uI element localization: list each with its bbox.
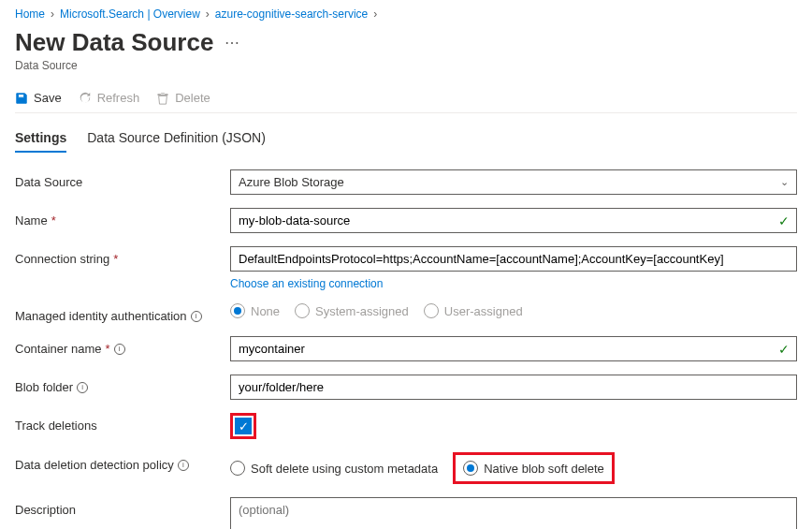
label-deletion-policy: Data deletion detection policy (15, 458, 174, 472)
radio-icon (230, 303, 245, 318)
more-icon[interactable]: ⋯ (225, 36, 239, 51)
mia-option-user[interactable]: User-assigned (424, 303, 523, 318)
container-name-input[interactable] (230, 336, 797, 361)
policy-option-native-soft-delete[interactable]: Native blob soft delete (457, 457, 610, 479)
save-button[interactable]: Save (15, 91, 62, 105)
radio-icon (230, 461, 245, 476)
info-icon[interactable]: i (178, 460, 189, 471)
info-icon[interactable]: i (191, 311, 202, 322)
check-icon: ✓ (778, 342, 790, 357)
breadcrumb-service[interactable]: azure-cognitive-search-service (215, 7, 368, 21)
refresh-label: Refresh (97, 91, 140, 105)
command-bar: Save Refresh Delete (15, 85, 797, 113)
tabs: Settings Data Source Definition (JSON) (15, 130, 797, 153)
label-name: Name (15, 213, 48, 228)
policy-option-native-label: Native blob soft delete (484, 462, 604, 476)
data-source-value: Azure Blob Storage (239, 175, 344, 189)
check-icon: ✓ (778, 213, 790, 228)
label-container: Container name (15, 342, 102, 356)
required-asterisk: * (113, 252, 118, 266)
breadcrumb-home[interactable]: Home (15, 7, 45, 21)
refresh-button[interactable]: Refresh (79, 91, 140, 105)
radio-icon (463, 461, 478, 476)
trash-icon (156, 92, 169, 105)
mia-radio-group: None System-assigned User-assigned (230, 303, 797, 318)
label-connection-string: Connection string (15, 252, 109, 266)
chevron-right-icon: › (206, 7, 210, 21)
mia-option-none-label: None (251, 304, 280, 318)
required-asterisk: * (106, 342, 110, 356)
track-deletions-checkbox[interactable]: ✓ (235, 418, 252, 434)
description-textarea[interactable] (230, 497, 797, 529)
chevron-right-icon: › (51, 7, 54, 21)
info-icon[interactable]: i (77, 382, 88, 393)
name-input[interactable] (230, 208, 797, 233)
info-icon[interactable]: i (114, 344, 125, 355)
delete-label: Delete (175, 91, 210, 105)
label-track-deletions: Track deletions (15, 419, 97, 433)
tab-settings[interactable]: Settings (15, 130, 66, 153)
policy-radio-group: Soft delete using custom metadata Native… (230, 452, 797, 484)
label-data-source: Data Source (15, 175, 82, 189)
mia-option-user-label: User-assigned (444, 304, 523, 318)
label-mia: Managed identity authentication (15, 309, 187, 323)
highlight-native-soft-delete: Native blob soft delete (453, 452, 615, 484)
data-source-select[interactable]: Azure Blob Storage ⌄ (230, 169, 797, 195)
save-label: Save (34, 91, 62, 105)
page-subtitle: Data Source (15, 59, 797, 72)
chevron-right-icon: › (373, 7, 377, 21)
choose-existing-connection-link[interactable]: Choose an existing connection (230, 277, 383, 290)
refresh-icon (79, 92, 92, 105)
policy-option-custom-metadata[interactable]: Soft delete using custom metadata (230, 461, 438, 476)
radio-icon (295, 303, 310, 318)
blob-folder-input[interactable] (230, 375, 797, 400)
page-title: New Data Source (15, 28, 213, 57)
policy-option-custom-label: Soft delete using custom metadata (251, 462, 438, 476)
connection-string-input[interactable] (230, 246, 797, 272)
chevron-down-icon: ⌄ (780, 176, 789, 188)
save-icon (15, 92, 28, 105)
mia-option-system-label: System-assigned (315, 304, 409, 318)
tab-json[interactable]: Data Source Definition (JSON) (87, 130, 266, 153)
breadcrumb: Home › Microsoft.Search | Overview › azu… (15, 7, 797, 21)
label-description: Description (15, 503, 76, 517)
mia-option-system[interactable]: System-assigned (295, 303, 409, 318)
required-asterisk: * (51, 213, 56, 228)
label-blob-folder: Blob folder (15, 380, 73, 394)
highlight-track-deletions: ✓ (230, 413, 256, 439)
delete-button[interactable]: Delete (156, 91, 210, 105)
breadcrumb-search-overview[interactable]: Microsoft.Search | Overview (60, 7, 200, 21)
mia-option-none[interactable]: None (230, 303, 280, 318)
radio-icon (424, 303, 439, 318)
